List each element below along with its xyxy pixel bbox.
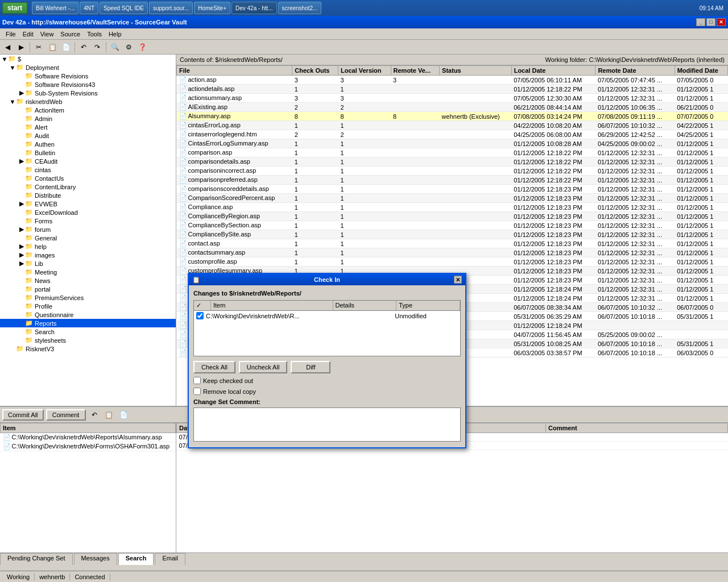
keep-checked-out-checkbox[interactable] [193, 377, 201, 384]
taskbar-item-speedsql[interactable]: Speed SQL IDE [100, 2, 148, 14]
tb-paste2[interactable]: 📄 [118, 409, 130, 421]
tree-item-contentlibrary[interactable]: 📁 ContentLibrary [0, 182, 176, 191]
start-button[interactable]: start [2, 2, 27, 14]
menu-edit[interactable]: Edit [19, 30, 37, 39]
table-row[interactable]: 📄customprofile.asp1101/12/2005 12:18:23 … [177, 257, 728, 267]
tree-item-risknetv3[interactable]: 📁 RisknetV3 [0, 344, 176, 353]
expand-icon[interactable] [18, 184, 25, 190]
taskbar-item-bill[interactable]: Bill Wehnert -... [32, 2, 78, 14]
tb-help[interactable]: ❓ [136, 41, 148, 53]
history-col-comment[interactable]: Comment [546, 423, 728, 433]
menu-file[interactable]: File [2, 30, 19, 39]
expand-icon[interactable]: ▶ [18, 243, 25, 250]
table-row[interactable]: 📄contact.asp1101/12/2005 12:18:23 PM01/1… [177, 239, 728, 248]
tree-item-lib[interactable]: ▶ 📁 Lib [0, 259, 176, 268]
table-row[interactable]: 📄AIExisting.asp2206/21/2005 08:44:14 AM0… [177, 103, 728, 112]
dialog-close-button[interactable]: ✕ [454, 276, 462, 284]
table-row[interactable]: 📄cintaserrorloglegend.htm2204/25/2005 06… [177, 130, 728, 139]
tab-pending[interactable]: Pending Change Set [0, 553, 73, 565]
expand-icon[interactable]: ▶ [18, 157, 25, 165]
table-row[interactable]: 📄comparisonincorrect.asp1101/12/2005 12:… [177, 167, 728, 176]
table-row[interactable]: 📄ComplianceBySection.asp1101/12/2005 12:… [177, 221, 728, 230]
pending-row[interactable]: 📄C:\Working\Dev\risknetrdWeb\Reports\Als… [1, 433, 176, 442]
expand-icon[interactable] [18, 218, 25, 225]
tree-item-meeting[interactable]: 📁 Meeting [0, 268, 176, 276]
table-row[interactable]: 📄actiondetails.asp1101/12/2005 12:18:22 … [177, 85, 728, 94]
expand-icon[interactable] [18, 141, 25, 148]
tb-paste[interactable]: 📄 [60, 41, 72, 53]
menu-source[interactable]: Source [57, 30, 84, 39]
expand-icon[interactable]: ▶ [18, 251, 25, 259]
close-button[interactable]: ✕ [717, 18, 726, 26]
tree-item-cintas[interactable]: 📁 cintas [0, 165, 176, 174]
table-row[interactable]: 📄comparison.asp1101/12/2005 12:18:22 PM0… [177, 148, 728, 157]
expand-icon[interactable] [18, 167, 25, 173]
table-row[interactable]: 📄comparisondetails.asp1101/12/2005 12:18… [177, 157, 728, 167]
tree-item-general[interactable]: 📁 General [0, 234, 176, 242]
menu-help[interactable]: Help [105, 30, 125, 39]
tree-item-bulletin[interactable]: 📁 Bulletin [0, 148, 176, 157]
expand-icon[interactable] [18, 269, 25, 276]
tree-item-software-revisions[interactable]: 📁 Software Revisions [0, 72, 176, 80]
expand-icon[interactable]: ▶ [18, 226, 25, 233]
col-modifieddate[interactable]: Modified Date [675, 66, 727, 76]
comment-button[interactable]: Comment [46, 409, 86, 421]
expand-icon[interactable]: ▼ [1, 56, 8, 63]
menu-view[interactable]: View [37, 30, 57, 39]
col-status[interactable]: Status [440, 66, 512, 76]
tree-item-portal[interactable]: 📁 portal [0, 285, 176, 293]
tree-item-questionnaire[interactable]: 📁 Questionnaire [0, 310, 176, 319]
tab-messages[interactable]: Messages [74, 553, 117, 565]
minimize-button[interactable]: _ [696, 18, 705, 26]
tab-search[interactable]: Search [118, 553, 154, 565]
expand-icon[interactable] [18, 294, 25, 301]
table-row[interactable]: 📄Compliance.asp1101/12/2005 12:18:23 PM0… [177, 203, 728, 212]
expand-icon[interactable] [18, 107, 25, 114]
expand-icon[interactable]: ▶ [18, 260, 25, 267]
uncheck-all-button[interactable]: Uncheck All [239, 361, 287, 373]
taskbar-item-support[interactable]: support.sour... [149, 2, 193, 14]
pending-row[interactable]: 📄C:\Working\Dev\risknetrdWeb\Forms\OSHAF… [1, 442, 176, 451]
diff-button[interactable]: Diff [291, 361, 330, 373]
tree-item-images[interactable]: ▶ 📁 images [0, 251, 176, 259]
col-localversion[interactable]: Local Version [338, 66, 391, 76]
tree-item-authen[interactable]: 📁 Authen [0, 140, 176, 148]
tab-email[interactable]: Email [155, 553, 185, 565]
table-row[interactable]: 📄cintasErrorLog.asp1104/22/2005 10:08:20… [177, 121, 728, 130]
table-row[interactable]: 📄ComplianceByRegion.asp1101/12/2005 12:1… [177, 212, 728, 221]
tb-forward[interactable]: ▶ [15, 41, 27, 53]
tb-copy2[interactable]: 📋 [103, 409, 115, 421]
table-row[interactable]: 📄CintasErrorLogSummary.asp1101/12/2005 1… [177, 139, 728, 148]
tree-item-profile[interactable]: 📁 Profile [0, 302, 176, 310]
tree-item-dollar[interactable]: ▼ 📁 $ [0, 55, 176, 63]
taskbar-item-screenshot[interactable]: screenshot2... [278, 2, 322, 14]
tree-item-distribute[interactable]: 📁 Distribute [0, 191, 176, 199]
tree-item-actionitem[interactable]: 📁 ActionItem [0, 106, 176, 114]
expand-icon[interactable] [18, 149, 25, 156]
tree-item-ceaudit[interactable]: ▶ 📁 CEAudit [0, 157, 176, 165]
taskbar-item-dev42a[interactable]: Dev 42a - htt... [231, 2, 277, 14]
expand-icon[interactable]: ▶ [18, 89, 25, 97]
expand-icon[interactable] [18, 209, 25, 216]
tree-item-evweb[interactable]: ▶ 📁 EVWEB [0, 199, 176, 208]
change-set-comment-input[interactable] [193, 408, 461, 442]
col-localdate[interactable]: Local Date [511, 66, 595, 76]
check-all-button[interactable]: Check All [193, 361, 235, 373]
table-row[interactable]: 📄actionsummary.asp3307/05/2005 12:30:30 … [177, 94, 728, 103]
expand-icon[interactable] [18, 124, 25, 131]
expand-icon[interactable] [18, 337, 25, 344]
col-checkouts[interactable]: Check Outs [292, 66, 338, 76]
table-row[interactable]: 📄ComplianceBySite.asp1101/12/2005 12:18:… [177, 230, 728, 239]
tree-item-software-revisions43[interactable]: 📁 Software Revisions43 [0, 80, 176, 89]
table-row[interactable]: 📄action.asp33307/05/2005 06:10:11 AM07/0… [177, 76, 728, 85]
tb-copy[interactable]: 📋 [46, 41, 59, 53]
tree-item-subsystem[interactable]: ▶ 📁 Sub-System Revisions [0, 89, 176, 97]
tree-item-admin[interactable]: 📁 Admin [0, 114, 176, 123]
commit-all-button[interactable]: Commit All [2, 409, 44, 421]
tb-redo[interactable]: ↷ [91, 41, 104, 53]
tree-item-audit[interactable]: 📁 Audit [0, 131, 176, 140]
expand-icon[interactable] [18, 320, 25, 327]
col-remoteversion[interactable]: Remote Ve... [391, 66, 440, 76]
tree-item-help[interactable]: ▶ 📁 help [0, 242, 176, 251]
tree-item-news[interactable]: 📁 News [0, 276, 176, 285]
